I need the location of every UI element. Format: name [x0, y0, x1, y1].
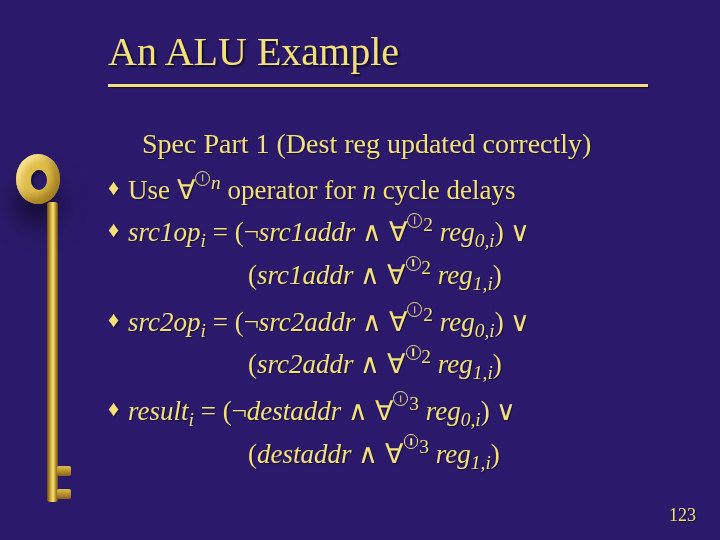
- key-hole: [31, 170, 47, 190]
- key-tooth: [57, 466, 71, 476]
- page-number: 123: [669, 505, 696, 526]
- slide-title: An ALU Example: [108, 28, 399, 75]
- bullet-marker: ♦: [108, 173, 128, 203]
- bullet-1: ♦ Use ∀n operator for n cycle delays: [108, 170, 672, 208]
- key-tooth: [57, 489, 71, 499]
- bullet-text: src1opi = (¬src1addr ∧ ∀2 reg0,i) ∨ (src…: [128, 212, 672, 297]
- slide-body: ♦ Use ∀n operator for n cycle delays ♦ s…: [108, 170, 672, 480]
- bullet-text: src2opi = (¬src2addr ∧ ∀2 reg0,i) ∨ (src…: [128, 302, 672, 387]
- title-underline: [108, 84, 648, 87]
- slide-subtitle: Spec Part 1 (Dest reg updated correctly): [142, 128, 591, 160]
- bullet-marker: ♦: [108, 394, 128, 424]
- next-op-icon: [407, 302, 422, 317]
- next-op-icon: [407, 213, 422, 228]
- next-op-icon: [404, 434, 419, 449]
- slide: An ALU Example Spec Part 1 (Dest reg upd…: [0, 0, 720, 540]
- bullet-text: resulti = (¬destaddr ∧ ∀3 reg0,i) ∨ (des…: [128, 391, 672, 476]
- bullet-text: Use ∀n operator for n cycle delays: [128, 170, 672, 208]
- bullet-marker: ♦: [108, 215, 128, 245]
- bullet-4: ♦ resulti = (¬destaddr ∧ ∀3 reg0,i) ∨ (d…: [108, 391, 672, 476]
- bullet-3: ♦ src2opi = (¬src2addr ∧ ∀2 reg0,i) ∨ (s…: [108, 302, 672, 387]
- bullet-2: ♦ src1opi = (¬src1addr ∧ ∀2 reg0,i) ∨ (s…: [108, 212, 672, 297]
- key-graphic: [16, 154, 60, 204]
- next-op-icon: [406, 256, 421, 271]
- next-op-icon: [195, 171, 210, 186]
- next-op-icon: [393, 391, 408, 406]
- key-shaft: [47, 202, 58, 502]
- bullet-marker: ♦: [108, 305, 128, 335]
- next-op-icon: [406, 345, 421, 360]
